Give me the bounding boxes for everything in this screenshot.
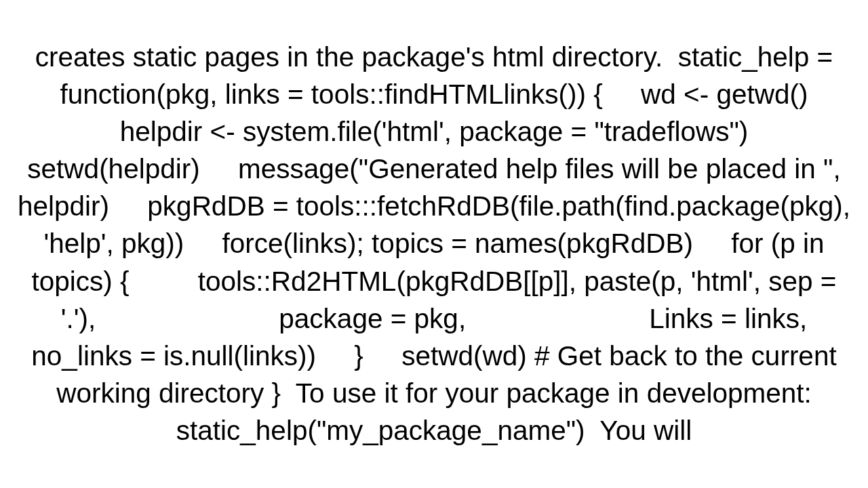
document-body-text: creates static pages in the package's ht… [0,0,868,488]
